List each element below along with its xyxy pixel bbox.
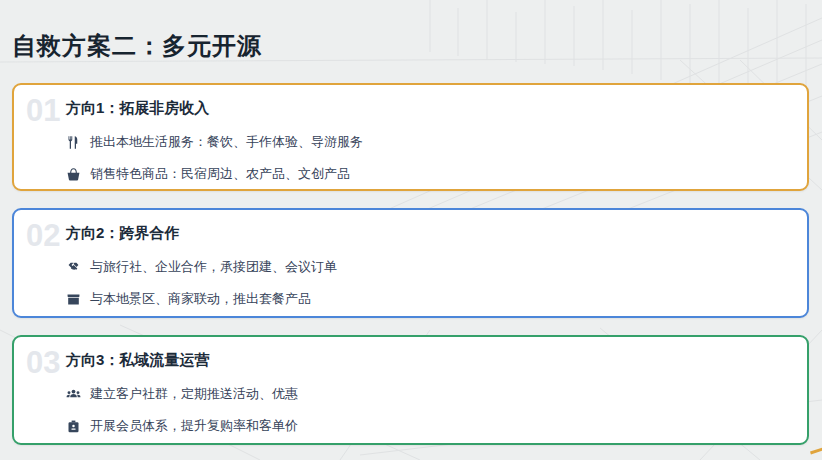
card-direction-3: 03 方向3：私域流量运营 建立客户社群，定期推送活动、优惠 — [12, 335, 809, 445]
card-content: 方向3：私域流量运营 建立客户社群，定期推送活动、优惠 — [66, 351, 791, 449]
card-direction-1: 01 方向1：拓展非房收入 推出本地生活服务：餐饮、手作体验、导游服务 — [12, 83, 809, 191]
shopping-basket-icon — [66, 167, 81, 182]
bullet-text: 推出本地生活服务：餐饮、手作体验、导游服务 — [90, 133, 363, 151]
slide: 自救方案二：多元开源 01 方向1：拓展非房收入 推出本地生活服务：餐饮、手作体… — [0, 0, 822, 460]
bullet-item: 推出本地生活服务：餐饮、手作体验、导游服务 — [66, 133, 791, 151]
bullet-text: 与旅行社、企业合作，承接团建、会议订单 — [90, 258, 337, 276]
bullet-text: 销售特色商品：民宿周边、农产品、文创产品 — [90, 165, 350, 183]
bullet-item: 与本地景区、商家联动，推出套餐产品 — [66, 290, 791, 308]
bullet-item: 建立客户社群，定期推送活动、优惠 — [66, 385, 791, 403]
card-heading: 方向2：跨界合作 — [66, 224, 791, 243]
storefront-icon — [66, 292, 81, 307]
users-group-icon — [66, 387, 81, 402]
bullet-item: 开展会员体系，提升复购率和客单价 — [66, 417, 791, 435]
card-heading: 方向1：拓展非房收入 — [66, 99, 791, 118]
page-title: 自救方案二：多元开源 — [12, 30, 262, 62]
utensils-icon — [66, 135, 81, 150]
bullet-text: 建立客户社群，定期推送活动、优惠 — [90, 385, 298, 403]
bullet-text: 开展会员体系，提升复购率和客单价 — [90, 417, 298, 435]
bullet-item: 与旅行社、企业合作，承接团建、会议订单 — [66, 258, 791, 276]
card-number: 03 — [26, 347, 60, 378]
handshake-icon — [66, 260, 81, 275]
card-content: 方向1：拓展非房收入 推出本地生活服务：餐饮、手作体验、导游服务 — [66, 99, 791, 197]
card-direction-2: 02 方向2：跨界合作 与旅行社、企业合作，承接团建、会议订单 — [12, 208, 809, 318]
card-number: 02 — [26, 220, 60, 251]
membership-card-icon — [66, 419, 81, 434]
decorative-corner-mark — [810, 446, 822, 453]
card-content: 方向2：跨界合作 与旅行社、企业合作，承接团建、会议订单 与本 — [66, 224, 791, 322]
bullet-item: 销售特色商品：民宿周边、农产品、文创产品 — [66, 165, 791, 183]
card-number: 01 — [26, 95, 60, 126]
bullet-text: 与本地景区、商家联动，推出套餐产品 — [90, 290, 311, 308]
card-heading: 方向3：私域流量运营 — [66, 351, 791, 370]
